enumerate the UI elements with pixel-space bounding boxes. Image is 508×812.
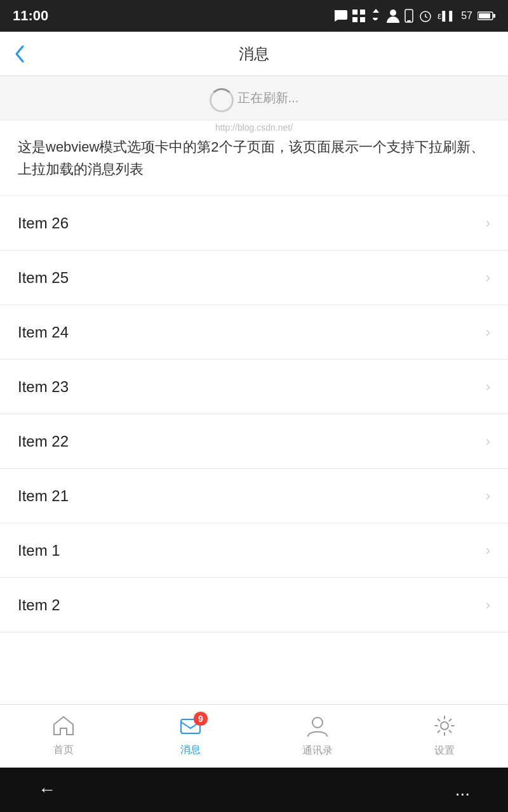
tab-bar: 首页 9 消息 通讯录 设置 [0,704,508,768]
list-item[interactable]: Item 22 › [0,414,508,469]
tab-contacts-label: 通讯录 [302,744,333,757]
chevron-right-icon: › [486,433,490,450]
chevron-right-icon: › [486,215,490,232]
message-icon: 9 [180,716,201,741]
item-label: Item 1 [18,542,60,560]
status-time: 11:00 [13,8,48,24]
description-block: 这是webview模式选项卡中的第2个子页面，该页面展示一个支持下拉刷新、上拉加… [0,121,508,196]
bottom-back-button[interactable]: ← [38,780,56,800]
svg-rect-0 [352,10,358,15]
signal-bars: ε▌▌ [438,11,456,21]
status-bar: 11:00 ε▌▌ ⊙ ⠿ ⇌ ⚇ ☐ ⏰ ε▌▌ 57 57 [0,0,508,32]
svg-rect-3 [360,17,365,22]
bottom-nav: ← ... [0,768,508,812]
svg-rect-9 [479,13,490,18]
chevron-right-icon: › [486,324,490,341]
item-label: Item 25 [18,269,69,287]
svg-rect-10 [493,14,495,18]
item-label: Item 21 [18,487,69,505]
chevron-right-icon: › [486,270,490,286]
item-label: Item 23 [18,378,69,396]
contacts-icon [307,715,328,742]
battery-icon [478,11,495,21]
svg-point-4 [390,10,396,16]
list-item[interactable]: Item 1 › [0,523,508,578]
tab-message-label: 消息 [180,743,201,757]
loading-spinner [210,88,230,108]
alarm-status-icon [418,9,432,23]
chevron-right-icon: › [486,379,490,395]
item-label: Item 24 [18,324,69,341]
refresh-text: 正在刷新... [237,89,299,107]
tab-contacts[interactable]: 通讯录 [254,715,381,757]
chevron-right-icon: › [486,488,490,504]
item-label: Item 2 [18,596,60,614]
list-item[interactable]: Item 21 › [0,469,508,523]
item-label: Item 26 [18,214,69,232]
bottom-more-button[interactable]: ... [455,780,470,800]
list-item[interactable]: Item 23 › [0,360,508,414]
tab-settings-label: 设置 [434,744,455,757]
home-icon [53,716,74,741]
list-item[interactable]: Item 25 › [0,251,508,305]
message-status-icon [333,10,347,22]
content-area: 这是webview模式选项卡中的第2个子页面，该页面展示一个支持下拉刷新、上拉加… [0,121,508,704]
item-label: Item 22 [18,433,69,450]
page-title: 消息 [239,44,269,64]
tab-settings[interactable]: 设置 [381,715,508,757]
phone-status-icon [404,9,413,23]
tab-message[interactable]: 9 消息 [127,716,254,757]
refresh-banner: 正在刷新... [0,76,508,121]
tab-home[interactable]: 首页 [0,716,127,757]
watermark: http://blog.csdn.net/ [215,121,293,134]
tab-home-label: 首页 [53,743,74,757]
back-button[interactable] [13,43,28,65]
list-item[interactable]: Item 2 › [0,578,508,632]
grid-status-icon [352,10,365,22]
usb-status-icon [370,9,382,23]
chevron-right-icon: › [486,597,490,613]
message-badge: 9 [194,712,208,726]
description-text: 这是webview模式选项卡中的第2个子页面，该页面展示一个支持下拉刷新、上拉加… [18,139,485,177]
nav-bar: 消息 [0,32,508,76]
person-status-icon [387,9,399,23]
status-icons: ε▌▌ ⊙ ⠿ ⇌ ⚇ ☐ ⏰ ε▌▌ 57 57 [333,9,495,23]
list-item[interactable]: Item 26 › [0,196,508,251]
chevron-right-icon: › [486,542,490,559]
list-item[interactable]: Item 24 › [0,305,508,360]
svg-rect-1 [360,10,365,15]
settings-icon [434,715,455,742]
svg-point-13 [441,722,448,730]
svg-rect-2 [352,17,358,22]
battery-percent: 57 [461,10,472,22]
svg-point-12 [312,717,323,728]
message-list: Item 26 › Item 25 › Item 24 › Item 23 › … [0,196,508,632]
svg-rect-6 [407,20,411,22]
